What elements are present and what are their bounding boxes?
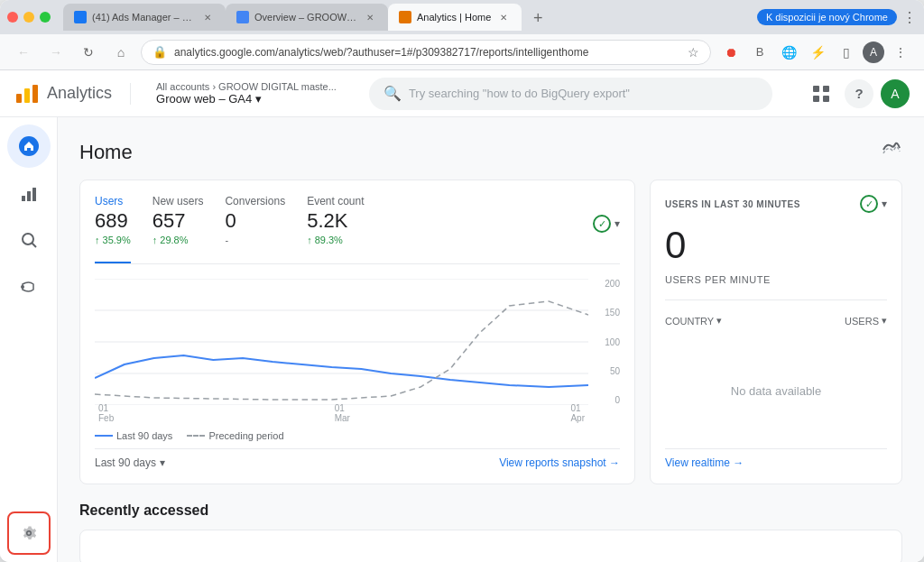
close-button[interactable] — [7, 12, 18, 23]
extension-icon-3[interactable]: ⚡ — [805, 40, 830, 65]
metric-tab-users-label: Users — [95, 195, 131, 207]
realtime-sub-label: USERS PER MINUTE — [665, 274, 887, 300]
chrome-update-badge[interactable]: K dispozicii je nový Chrome — [757, 9, 897, 25]
svg-rect-0 — [16, 94, 22, 103]
extension-icon-2[interactable]: 🌐 — [776, 40, 801, 65]
account-selector[interactable]: All accounts › GROOW DIGITAL maste... Gr… — [156, 81, 337, 106]
page-header: Home — [79, 139, 902, 165]
browser-tab-groow[interactable]: Overview – GROOW marketin... ✕ — [226, 4, 388, 31]
sidebar-item-explore[interactable] — [7, 218, 51, 262]
metric-tab-conversions[interactable]: Conversions 0 - — [225, 195, 285, 253]
svg-line-12 — [32, 243, 36, 247]
extension-icon-1[interactable]: B — [747, 40, 772, 65]
metric-tab-events-change: ↑ 89.3% — [307, 235, 364, 245]
date-range-selector[interactable]: Last 90 days ▾ — [95, 456, 165, 469]
metric-tab-users-change: ↑ 35.9% — [95, 235, 131, 245]
realtime-users-col[interactable]: USERS ▾ — [845, 315, 887, 327]
search-placeholder: Try searching "how to do BigQuery export… — [409, 87, 758, 100]
browser-controls — [7, 12, 51, 23]
back-button[interactable]: ← — [11, 40, 36, 65]
view-reports-link[interactable]: View reports snapshot → — [499, 456, 620, 469]
metric-tab-new-users[interactable]: New users 657 ↑ 29.8% — [152, 195, 204, 253]
legend-item-previous: Preceding period — [187, 430, 283, 441]
metric-tab-users-value: 689 — [95, 209, 131, 233]
status-dropdown-icon[interactable]: ▾ — [614, 217, 620, 230]
tab-label-groow: Overview – GROOW marketin... — [254, 12, 357, 23]
realtime-status-dropdown[interactable]: ▾ — [882, 198, 887, 210]
account-name[interactable]: Groow web – GA4 ▾ — [156, 92, 337, 106]
browser-menu-button[interactable]: ⋮ — [902, 9, 917, 26]
profile-icon[interactable]: A — [863, 41, 884, 63]
browser-window: (41) Ads Manager – Spravov... ✕ Overview… — [0, 0, 924, 562]
header-search[interactable]: 🔍 Try searching "how to do BigQuery expo… — [369, 78, 772, 110]
chart-area: 200 150 100 50 0 — [95, 279, 620, 423]
sidebar-item-home[interactable] — [7, 124, 51, 168]
tab-favicon-ads — [74, 11, 87, 23]
settings-button[interactable] — [7, 511, 51, 555]
tab-close-analytics[interactable]: ✕ — [496, 10, 511, 24]
apps-grid-button[interactable] — [805, 78, 837, 110]
url-text: analytics.google.com/analytics/web/?auth… — [174, 46, 680, 59]
chart-svg — [95, 279, 588, 405]
chart-x-labels: 01Feb 01Mar 01Apr — [95, 403, 588, 423]
realtime-country-col[interactable]: COUNTRY ▾ — [665, 315, 722, 327]
realtime-card: USERS IN LAST 30 MINUTES ✓ ▾ 0 USERS PER… — [650, 180, 902, 484]
main-content: Home Users 689 ↑ 35.9% — [58, 117, 924, 562]
svg-rect-8 — [22, 196, 25, 201]
browser-actions: ⏺ B 🌐 ⚡ ▯ A ⋮ — [718, 40, 913, 65]
metrics-card: Users 689 ↑ 35.9% New users 657 ↑ 29.8% — [79, 180, 635, 484]
browser-titlebar: (41) Ads Manager – Spravov... ✕ Overview… — [0, 0, 924, 34]
metric-tab-conversions-label: Conversions — [225, 195, 285, 207]
metric-tab-events[interactable]: Event count 5.2K ↑ 89.3% — [307, 195, 364, 253]
analytics-logo: Analytics — [14, 81, 112, 106]
forward-button[interactable]: → — [43, 40, 69, 65]
realtime-table-header: COUNTRY ▾ USERS ▾ — [665, 315, 887, 327]
metrics-status-badge: ✓ ▾ — [593, 195, 620, 253]
metric-tab-conversions-value: 0 — [225, 209, 285, 233]
no-data-message: No data available — [665, 334, 887, 448]
browser-tab-ads[interactable]: (41) Ads Manager – Spravov... ✕ — [63, 4, 226, 31]
realtime-card-footer: View realtime → — [665, 448, 887, 469]
view-realtime-link[interactable]: View realtime → — [665, 456, 887, 469]
realtime-status-icon: ✓ — [860, 195, 878, 213]
browser-tab-analytics[interactable]: Analytics | Home ✕ — [388, 4, 522, 31]
bookmark-icon[interactable]: ☆ — [688, 45, 699, 60]
chart-legend: Last 90 days Preceding period — [95, 430, 620, 441]
realtime-title: USERS IN LAST 30 MINUTES — [665, 199, 800, 209]
tab-label-ads: (41) Ads Manager – Spravov... — [92, 12, 195, 23]
page-title: Home — [79, 141, 133, 164]
sidebar-item-advertising[interactable] — [7, 265, 51, 309]
search-icon: 🔍 — [383, 85, 402, 102]
refresh-button[interactable]: ↻ — [76, 40, 101, 65]
recently-accessed-list — [79, 530, 902, 562]
tab-label-analytics: Analytics | Home — [417, 12, 491, 23]
maximize-button[interactable] — [40, 12, 51, 23]
chart-y-labels: 200 150 100 50 0 — [593, 279, 620, 405]
insights-button[interactable] — [881, 139, 902, 165]
metric-tab-new-users-label: New users — [152, 195, 204, 207]
minimize-button[interactable] — [23, 12, 34, 23]
sidebar-item-reports[interactable] — [7, 171, 51, 215]
metric-tab-new-users-change: ↑ 29.8% — [152, 235, 204, 245]
svg-rect-2 — [32, 85, 38, 103]
metric-tab-users[interactable]: Users 689 ↑ 35.9% — [95, 195, 131, 253]
help-button[interactable]: ? — [845, 79, 873, 108]
svg-rect-5 — [813, 96, 819, 102]
app-name: Analytics — [47, 84, 112, 103]
app-header: Analytics All accounts › GROOW DIGITAL m… — [0, 70, 924, 117]
tab-close-ads[interactable]: ✕ — [200, 10, 215, 24]
user-avatar[interactable]: A — [881, 79, 910, 108]
url-bar[interactable]: 🔒 analytics.google.com/analytics/web/?au… — [141, 40, 711, 65]
recording-icon: ⏺ — [718, 40, 744, 65]
tabs-bar: (41) Ads Manager – Spravov... ✕ Overview… — [63, 4, 752, 31]
tab-favicon-groow — [236, 11, 249, 23]
home-button[interactable]: ⌂ — [108, 40, 134, 65]
tab-close-groow[interactable]: ✕ — [363, 10, 377, 24]
svg-rect-10 — [32, 188, 36, 201]
metric-tab-new-users-value: 657 — [152, 209, 204, 233]
svg-rect-6 — [823, 96, 829, 102]
browser-more-button[interactable]: ⋮ — [888, 40, 913, 65]
sidebar-toggle[interactable]: ▯ — [834, 40, 859, 65]
sidebar — [0, 117, 58, 562]
new-tab-button[interactable]: + — [525, 5, 550, 31]
